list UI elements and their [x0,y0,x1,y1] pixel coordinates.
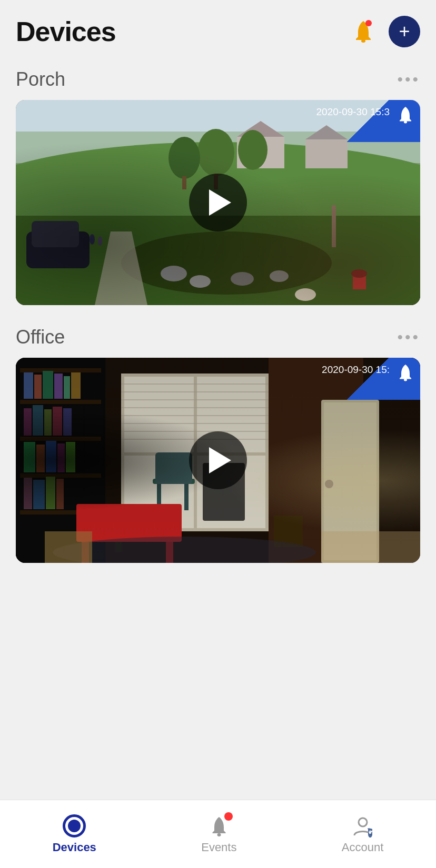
porch-more-button[interactable]: ••• [397,70,420,88]
account-nav-label: Account [342,841,384,854]
svg-point-29 [404,121,407,124]
bell-icon [351,19,376,44]
office-bell-icon [396,363,415,382]
porch-camera-card[interactable]: 2020-09-30 15:3 [16,100,420,305]
header-actions: + [348,16,420,47]
porch-camera-label: Porch [16,68,65,90]
office-timestamp-badge: 2020-09-30 15: [315,358,420,400]
porch-label-row: Porch ••• [16,68,420,90]
svg-point-94 [217,833,221,836]
notification-bell-button[interactable] [348,16,379,47]
events-nav-label: Events [201,841,236,854]
bottom-navigation: Devices Events Acc [0,800,436,868]
svg-point-1 [365,20,372,26]
porch-timestamp-badge: 2020-09-30 15:3 [315,100,420,142]
nav-item-events[interactable]: Events [185,809,252,860]
office-play-button[interactable] [189,431,247,489]
devices-nav-label: Devices [53,841,96,854]
svg-rect-96 [369,832,371,834]
office-camera-card[interactable]: 2020-09-30 15: [16,358,420,563]
porch-bell-icon [396,105,415,124]
nav-item-devices[interactable]: Devices [37,809,112,860]
office-camera-section: Office ••• [0,310,436,568]
porch-play-button[interactable] [189,174,247,231]
person-nav-icon [351,814,374,837]
svg-point-93 [404,379,407,381]
add-device-button[interactable]: + [389,16,420,47]
porch-camera-section: Porch ••• [0,53,436,310]
office-label-row: Office ••• [16,326,420,348]
play-triangle-icon [209,447,231,473]
header: Devices + [0,0,436,53]
account-nav-icon [351,814,374,837]
office-timestamp: 2020-09-30 15: [322,364,390,376]
devices-nav-icon [63,814,86,837]
events-badge [224,812,233,821]
events-nav-icon [207,814,231,837]
svg-point-0 [361,39,365,43]
nav-item-account[interactable]: Account [326,809,400,860]
porch-timestamp: 2020-09-30 15:3 [316,106,390,118]
play-triangle-icon [209,189,231,216]
devices-icon [63,814,86,837]
svg-point-95 [359,818,367,826]
page-title: Devices [16,16,116,47]
office-more-button[interactable]: ••• [397,328,420,346]
office-camera-label: Office [16,326,65,348]
